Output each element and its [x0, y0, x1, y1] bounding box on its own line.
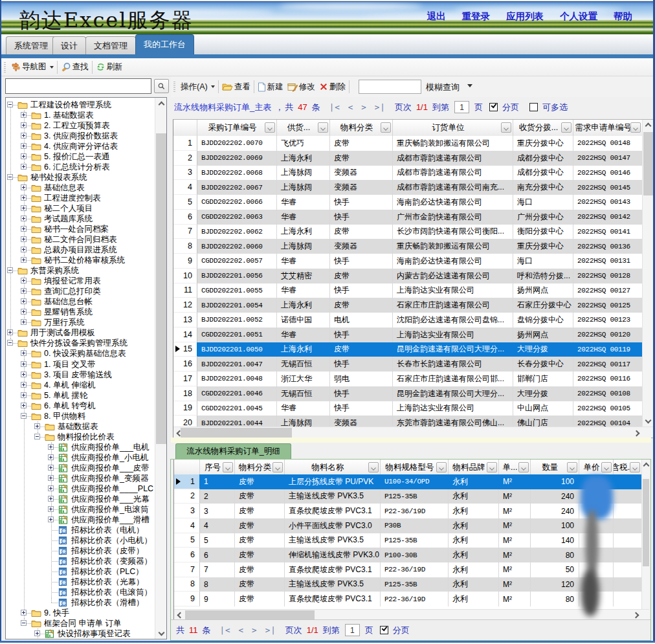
- tree-item[interactable]: 物料报价比价表: [6, 432, 154, 443]
- goto-page-input[interactable]: [454, 101, 469, 113]
- tree-item-label[interactable]: 供应商报价单____PLC: [71, 483, 153, 494]
- tree-item-label[interactable]: 6. 单机 转弯机: [44, 401, 96, 411]
- tree-expand-toggle[interactable]: [21, 184, 27, 190]
- column-filter-button[interactable]: [561, 122, 572, 133]
- detail-goto-page-input[interactable]: [345, 624, 360, 636]
- grid-row[interactable]: 4BJDD202202.0067上海脉阔变频器成都市蓉韵速递有限公司南充...南…: [173, 180, 653, 195]
- tree-item-label[interactable]: 考试题库系统: [44, 214, 93, 224]
- scroll-down-button[interactable]: [643, 416, 653, 427]
- column-filter-button[interactable]: [436, 462, 447, 472]
- tree-scrollbar-thumb[interactable]: [156, 133, 166, 444]
- tab-document-management[interactable]: 文档管理: [85, 36, 136, 54]
- tree-item-label[interactable]: 秘书一处合同档案: [44, 224, 109, 234]
- scroll-up-button[interactable]: [643, 120, 653, 130]
- tree-expand-toggle[interactable]: [34, 630, 40, 636]
- tree-item-label[interactable]: 5. 单机 摆轮: [44, 390, 87, 401]
- grid-hscroll-thumb[interactable]: [185, 610, 315, 619]
- tree-expand-toggle[interactable]: [48, 444, 54, 450]
- new-button[interactable]: 新建: [256, 79, 285, 94]
- grid-row[interactable]: 22皮带主输送线皮带 PVK3.5P125-35B永利M²240: [174, 489, 649, 504]
- grid-row[interactable]: 12BJDD202201.0054上海永利皮带石家庄市庄韵速递有限公司石家庄分拨…: [173, 298, 653, 313]
- tree-expand-toggle[interactable]: [21, 164, 27, 170]
- tree-item[interactable]: 招标比价表（皮带）: [6, 546, 154, 557]
- column-filter-button[interactable]: [368, 462, 379, 472]
- grid-hscroll-thumb[interactable]: [181, 428, 292, 438]
- grid-column-header[interactable]: 物料分类: [330, 120, 393, 136]
- first-page-button[interactable]: |<: [329, 102, 340, 112]
- tree-item-label[interactable]: 基础信息台帐: [44, 296, 93, 307]
- tree-item-label[interactable]: 招标比价表（皮带）: [71, 546, 144, 556]
- tree-item[interactable]: 5. 单机 摆轮: [6, 390, 154, 401]
- tree-expand-toggle[interactable]: [21, 133, 27, 139]
- tree-expand-toggle[interactable]: [48, 475, 54, 481]
- help-link[interactable]: 帮助: [614, 11, 632, 21]
- grid-row[interactable]: 33皮带直条纹爬坡皮带 PVC3.1P22-36/19D永利M²240: [174, 504, 649, 518]
- column-filter-button[interactable]: [630, 462, 640, 472]
- tree-expand-toggle[interactable]: [7, 102, 13, 107]
- tree-item-label[interactable]: 3. 供应商报价数据表: [44, 131, 118, 141]
- prev-page-button[interactable]: <: [348, 102, 354, 112]
- tree-item-label[interactable]: 0. 快设采购基础信息表: [44, 348, 126, 359]
- column-filter-button[interactable]: [381, 122, 391, 133]
- tree-item-label[interactable]: 供应商报价单___皮带: [71, 463, 150, 473]
- grid-column-header[interactable]: 采购订单编号: [197, 120, 277, 136]
- tree-expand-toggle[interactable]: [7, 174, 13, 180]
- tree-item[interactable]: 供应商报价单_小电机: [6, 452, 154, 463]
- tree-item[interactable]: 3. 项目 皮带输送线: [6, 370, 154, 381]
- tree-item[interactable]: 基础信息台帐: [6, 296, 154, 307]
- tree-item[interactable]: 供应商报价单___光幕: [6, 494, 154, 505]
- tree-item[interactable]: 招标比价表（电滚筒）: [6, 587, 154, 598]
- tree-expand-toggle[interactable]: [21, 413, 27, 419]
- tree-item-label[interactable]: 招标比价表（滑槽）: [71, 597, 144, 608]
- tree-item-label[interactable]: 东普采购系统: [30, 265, 79, 276]
- fuzzy-query-input[interactable]: [359, 80, 421, 94]
- grid-column-header[interactable]: 单价: [579, 460, 614, 476]
- grid-vscroll-thumb[interactable]: [643, 479, 649, 566]
- relogin-link[interactable]: 重登录: [461, 11, 490, 21]
- tree-item-label[interactable]: 秘二个人项目: [44, 203, 93, 214]
- tree-scroll-down-button[interactable]: [155, 628, 167, 639]
- tree-item-label[interactable]: 招标比价表（PLC）: [71, 566, 144, 577]
- tree-scroll-up-button[interactable]: [155, 98, 167, 109]
- tree-expand-toggle[interactable]: [21, 610, 27, 616]
- tree-item[interactable]: 基础数据表: [6, 421, 154, 432]
- tree-expand-toggle[interactable]: [48, 516, 54, 522]
- grid-column-header[interactable]: 需求申请单编号: [573, 120, 643, 136]
- tree-expand-toggle[interactable]: [34, 423, 40, 429]
- detail-tab[interactable]: 流水线物料采购订单_明细: [175, 443, 291, 459]
- tree-expand-toggle[interactable]: [21, 112, 27, 118]
- tree-expand-toggle[interactable]: [21, 278, 27, 283]
- tree-item-label[interactable]: 供应商报价单___滑槽: [71, 515, 150, 525]
- tree-item[interactable]: 5. 报价汇总一表通: [6, 151, 154, 162]
- column-filter-button[interactable]: [223, 462, 233, 472]
- detail-first-page-button[interactable]: |<: [220, 625, 231, 635]
- grid-column-header[interactable]: 收货分拨...: [513, 120, 573, 136]
- tree-item[interactable]: 快设招标事项登记表: [6, 628, 154, 639]
- grid-column-header[interactable]: 含税...: [614, 460, 642, 476]
- tree-expand-toggle[interactable]: [7, 329, 13, 335]
- grid-column-header[interactable]: 序号: [200, 460, 235, 476]
- tree-expand-toggle[interactable]: [21, 143, 27, 149]
- grid-row[interactable]: 19CGDD202201.0045华睿快手上海韵达实业有限公司中山网点2022H…: [173, 401, 653, 416]
- grid-row[interactable]: 16BJDD202201.0047无锡百恒快手长春市长韵速递有限公司长春分拨中心…: [173, 357, 653, 372]
- tree-item-label[interactable]: 框架合同 申请单 订单: [44, 618, 121, 628]
- tree-item-label[interactable]: 秘二文件合同归档表: [44, 234, 117, 245]
- app-list-link[interactable]: 应用列表: [506, 11, 544, 21]
- tree-item-label[interactable]: 填报登记常用表: [44, 276, 101, 286]
- tree-item[interactable]: 考试题库系统: [6, 214, 154, 225]
- tree-item[interactable]: 供应商报价单___皮带: [6, 463, 154, 474]
- tree-item-label[interactable]: 工程建设价格管理系统: [30, 100, 111, 110]
- tree-item-label[interactable]: 用于测试备用模板: [30, 328, 95, 338]
- tree-expand-toggle[interactable]: [7, 340, 13, 346]
- grid-row[interactable]: 66皮带伸缩机输送线皮带 PVK3.0P100-30B永利M²80: [174, 548, 649, 562]
- tree-expand-toggle[interactable]: [48, 465, 54, 471]
- tree-expand-toggle[interactable]: [21, 382, 27, 388]
- scroll-right-button[interactable]: [632, 427, 643, 438]
- tree-item[interactable]: 招标比价表（光幕）: [6, 577, 154, 588]
- grid-column-header[interactable]: 物料品牌: [449, 460, 499, 476]
- tree-item[interactable]: 招标比价表（滑槽）: [6, 597, 154, 608]
- tree-expand-toggle[interactable]: [21, 372, 27, 377]
- grid-row[interactable]: 8BJDD202202.0060上海脉阔变频器重庆畅韵装卸搬运有限公司重庆分拨中…: [173, 239, 653, 254]
- grid-vertical-scrollbar[interactable]: [641, 460, 649, 619]
- grid-row[interactable]: 55皮带主输送线皮带 PVK3.5P125-35B永利M²140: [174, 533, 649, 548]
